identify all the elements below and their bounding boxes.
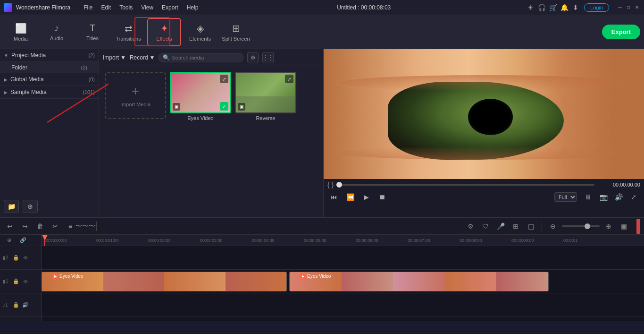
project-media-count: (2) xyxy=(89,52,95,58)
titlebar-left: Wondershare Filmora File Edit Tools View… xyxy=(4,3,202,12)
cut-button[interactable]: ✂ xyxy=(49,220,61,232)
clip-eyes-2[interactable]: ▶ Eyes Video xyxy=(289,272,549,291)
ruler-tick-3: 00:00:03:00 xyxy=(199,238,251,243)
clip-thumb-4 xyxy=(226,272,287,291)
eyes-video-card[interactable]: ⤢ ▣ ✓ Eyes Video xyxy=(170,72,231,121)
track-1-eye[interactable]: 👁 xyxy=(22,278,29,285)
transitions-label: Transitions xyxy=(116,36,141,42)
headphones-icon[interactable]: 🎧 xyxy=(537,3,546,12)
import-button[interactable]: Import ▼ xyxy=(103,54,126,61)
folder-item[interactable]: Folder (2) xyxy=(0,62,99,73)
elements-icon: ◈ xyxy=(197,23,204,34)
undo-button[interactable]: ↩ xyxy=(4,220,16,232)
fit-icon[interactable]: ▣ xyxy=(618,220,630,232)
download-icon[interactable]: ⬇ xyxy=(571,3,580,12)
progress-thumb[interactable] xyxy=(336,182,342,188)
link-icon[interactable]: 🔗 xyxy=(17,235,29,247)
camera-icon[interactable]: 📷 xyxy=(597,190,610,204)
step-back-button[interactable]: ⏮ xyxy=(327,190,341,204)
settings-icon[interactable]: ⚙ xyxy=(464,220,477,232)
timeline-toolbar: ↩ ↪ 🗑 ✂ ≡ 〜〜〜 ⚙ 🛡 🎤 ⊞ ◫ ⊖ ⊕ ▣ xyxy=(0,218,644,235)
search-box[interactable]: 🔍 xyxy=(159,53,243,62)
split-screen-icon: ⊞ xyxy=(232,23,240,34)
zoom-in-icon[interactable]: ⊕ xyxy=(602,220,615,232)
project-media-chevron: ▼ xyxy=(4,53,8,58)
clip-eyes-1[interactable]: ▶ Eyes Video xyxy=(42,272,287,291)
redo-button[interactable]: ↪ xyxy=(19,220,31,232)
maximize-button[interactable]: □ xyxy=(625,4,632,11)
adjust-button[interactable]: ≡ xyxy=(64,220,76,232)
folder-count: (2) xyxy=(81,65,87,70)
track-1-lock[interactable]: 🔒 xyxy=(12,278,20,285)
titlebar-menu: File Edit Tools View Export Help xyxy=(80,3,202,12)
sample-media-section[interactable]: ▶ Sample Media (101) xyxy=(0,86,99,99)
toolbar-audio[interactable]: ♪ Audio xyxy=(40,18,74,46)
track-labels: ⊕ 🔗 ▮2 🔒 👁 ▮1 🔒 👁 ♪1 🔒 🔊 xyxy=(0,235,42,321)
merge-icon[interactable]: ⊞ xyxy=(510,220,522,232)
import-label: Import xyxy=(103,54,119,61)
stop-button[interactable]: ⏹ xyxy=(376,190,389,204)
track-audio-lock[interactable]: 🔒 xyxy=(12,301,20,309)
monitor-icon[interactable]: 🖥 xyxy=(582,190,595,204)
project-media-section[interactable]: ▼ Project Media (2) xyxy=(0,49,99,62)
add-item-button[interactable]: ⊕ xyxy=(23,200,38,213)
record-indicator xyxy=(636,219,640,234)
quality-select[interactable]: Full xyxy=(554,192,577,202)
export-button[interactable]: Export xyxy=(602,25,640,39)
more-options-button[interactable]: ⋮⋮ xyxy=(262,52,274,63)
project-title: Untitled : 00:00:08:03 xyxy=(337,4,391,11)
login-button[interactable]: Login xyxy=(584,3,609,12)
zoom-thumb[interactable] xyxy=(585,223,590,229)
play-button[interactable]: ▶ xyxy=(360,190,373,204)
preview-image xyxy=(324,49,644,179)
wave-button[interactable]: 〜〜〜 xyxy=(79,220,92,232)
search-input[interactable] xyxy=(172,55,239,60)
timeline-content: 00:00:00:00 00:00:01:00 00:00:02:00 00:0… xyxy=(42,235,644,321)
shop-icon[interactable]: 🛒 xyxy=(548,3,558,12)
mic-icon[interactable]: 🎤 xyxy=(494,220,507,232)
toolbar-transitions[interactable]: ⇄ Transitions xyxy=(111,18,145,46)
preview-panel: { } 00:00:00:00 ⏮ ⏪ ▶ ⏹ Full 🖥 📷 🔊 xyxy=(323,49,644,217)
notification-icon[interactable]: 🔔 xyxy=(560,3,569,12)
add-folder-button[interactable]: 📁 xyxy=(4,200,19,213)
preview-controls: { } 00:00:00:00 ⏮ ⏪ ▶ ⏹ Full 🖥 📷 🔊 xyxy=(324,179,644,217)
menu-edit[interactable]: Edit xyxy=(98,3,115,12)
media-toolbar: Import ▼ Record ▼ 🔍 ⚙ ⋮⋮ xyxy=(99,49,323,66)
track-2-eye[interactable]: 👁 xyxy=(22,254,29,262)
import-media-card[interactable]: + Import Media xyxy=(105,72,166,119)
toolbar-elements[interactable]: ◈ Elements xyxy=(183,18,217,46)
minimize-button[interactable]: ─ xyxy=(617,4,623,11)
fullscreen-icon[interactable]: ⤢ xyxy=(627,190,640,204)
toolbar-titles[interactable]: T Titles xyxy=(75,18,109,46)
clip2-thumb-2 xyxy=(342,272,393,291)
close-button[interactable]: ✕ xyxy=(634,4,640,11)
snap-icon[interactable]: ⊕ xyxy=(3,235,15,247)
playhead[interactable] xyxy=(44,235,45,246)
menu-tools[interactable]: Tools xyxy=(116,3,136,12)
record-button[interactable]: Record ▼ xyxy=(130,54,155,61)
progress-track[interactable] xyxy=(336,184,594,186)
global-media-section[interactable]: ▶ Global Media (0) xyxy=(0,73,99,86)
toolbar-media[interactable]: ⬜ Media xyxy=(4,18,38,46)
zoom-slider[interactable] xyxy=(562,225,600,227)
shield-icon[interactable]: 🛡 xyxy=(479,220,492,232)
volume-icon[interactable]: 🔊 xyxy=(612,190,625,204)
menu-file[interactable]: File xyxy=(80,3,96,12)
clip-1-label: ▶ Eyes Video xyxy=(52,274,83,279)
reverse-card[interactable]: ⤢ ▣ Reverse xyxy=(235,72,296,121)
menu-export[interactable]: Export xyxy=(158,3,182,12)
menu-view[interactable]: View xyxy=(137,3,157,12)
zoom-out-icon[interactable]: ⊖ xyxy=(547,220,559,232)
bracket-left-icon: { } xyxy=(327,181,334,188)
layers-icon[interactable]: ◫ xyxy=(525,220,537,232)
delete-button[interactable]: 🗑 xyxy=(34,220,46,232)
record-label: Record xyxy=(130,54,148,61)
toolbar-effects[interactable]: ✦ Effects xyxy=(147,18,181,46)
track-audio-vol[interactable]: 🔊 xyxy=(22,301,29,309)
toolbar-split-screen[interactable]: ⊞ Split Screen xyxy=(219,18,253,46)
filter-button[interactable]: ⚙ xyxy=(247,52,259,63)
track-2-lock[interactable]: 🔒 xyxy=(12,254,20,262)
menu-help[interactable]: Help xyxy=(183,3,202,12)
sun-icon[interactable]: ☀ xyxy=(526,3,535,12)
frame-back-button[interactable]: ⏪ xyxy=(343,190,357,204)
